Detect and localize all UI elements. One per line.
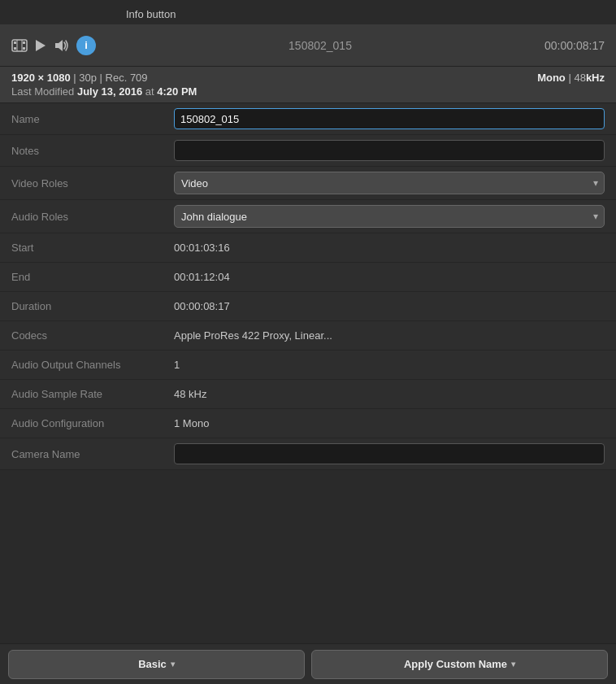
name-input[interactable] (174, 108, 605, 129)
basic-chevron-icon: ▾ (171, 660, 175, 669)
svg-rect-1 (14, 41, 16, 44)
film-icon[interactable] (11, 37, 28, 54)
properties-panel: Name Notes Video Roles Video Titles B-Ro… (0, 103, 616, 470)
audio-output-row: Audio Output Channels 1 (0, 351, 616, 380)
svg-marker-7 (36, 40, 46, 51)
codecs-label: Codecs (11, 329, 174, 342)
timecode-prefix: 00:00:0 (544, 39, 583, 52)
audio-info: Mono | 48kHz (537, 72, 605, 84)
toolbar-timecode: 00:00:08:17 (544, 39, 605, 52)
audio-icon[interactable] (54, 37, 70, 54)
svg-rect-3 (23, 41, 25, 44)
notes-label: Notes (11, 145, 174, 157)
resolution: 1920 × 1080 (11, 72, 71, 84)
audio-rate: | 48 (566, 72, 586, 84)
modified-prefix: Last Modified (11, 85, 77, 98)
video-roles-row: Video Roles Video Titles B-Roll (0, 167, 616, 200)
info-bar-row2: Last Modified July 13, 2016 at 4:20 PM (11, 85, 605, 98)
notes-input[interactable] (174, 140, 605, 161)
audio-sample-value: 48 kHz (174, 388, 605, 400)
audio-output-label: Audio Output Channels (11, 359, 174, 371)
duration-label: Duration (11, 300, 174, 312)
codecs-value: Apple ProRes 422 Proxy, Linear... (174, 329, 605, 342)
audio-sample-label: Audio Sample Rate (11, 388, 174, 400)
audio-roles-label: Audio Roles (11, 211, 174, 223)
notes-row: Notes (0, 135, 616, 167)
info-icon[interactable]: i (76, 36, 96, 55)
tooltip-text: Info button (126, 8, 176, 20)
svg-marker-8 (55, 40, 63, 51)
end-label: End (11, 271, 174, 283)
end-row: End 00:01:12:04 (0, 263, 616, 292)
specs: | 30p | Rec. 709 (71, 72, 148, 84)
apply-label: Apply Custom Name (404, 658, 507, 670)
basic-label: Basic (138, 658, 167, 670)
duration-row: Duration 00:00:08:17 (0, 292, 616, 321)
svg-rect-4 (23, 47, 25, 50)
toolbar: i 150802_015 00:00:08:17 (0, 24, 616, 67)
modified-date: July 13, 2016 (77, 85, 142, 98)
bottom-bar: Basic ▾ Apply Custom Name ▾ (0, 643, 616, 684)
name-row: Name (0, 103, 616, 135)
camera-name-input[interactable] (174, 443, 605, 464)
audio-config-value: 1 Mono (174, 417, 605, 429)
codecs-row: Codecs Apple ProRes 422 Proxy, Linear... (0, 321, 616, 351)
apply-chevron-icon: ▾ (511, 660, 515, 669)
svg-rect-2 (14, 47, 16, 50)
modified-suffix: at (142, 85, 157, 98)
apply-custom-name-button[interactable]: Apply Custom Name ▾ (311, 650, 608, 679)
start-row: Start 00:01:03:16 (0, 233, 616, 263)
duration-value: 00:00:08:17 (174, 300, 605, 312)
audio-unit: kHz (586, 72, 605, 84)
start-label: Start (11, 242, 174, 254)
tooltip-label: Info button (126, 8, 176, 20)
toolbar-icons: i (11, 36, 96, 55)
toolbar-title: 150802_015 (96, 39, 544, 52)
audio-sample-row: Audio Sample Rate 48 kHz (0, 380, 616, 409)
modified-time: 4:20 PM (157, 85, 197, 98)
start-value: 00:01:03:16 (174, 242, 605, 254)
arrow-icon[interactable] (34, 39, 47, 52)
audio-roles-select-wrapper: John dialogue Dialogue Music Effects (174, 205, 605, 228)
end-value: 00:01:12:04 (174, 271, 605, 283)
camera-name-row: Camera Name (0, 438, 616, 470)
video-roles-select[interactable]: Video Titles B-Roll (174, 172, 605, 194)
name-label: Name (11, 113, 174, 125)
audio-roles-select[interactable]: John dialogue Dialogue Music Effects (174, 205, 605, 228)
camera-name-label: Camera Name (11, 448, 174, 460)
video-roles-label: Video Roles (11, 177, 174, 190)
basic-button[interactable]: Basic ▾ (8, 650, 305, 679)
audio-config-row: Audio Configuration 1 Mono (0, 409, 616, 438)
timecode-suffix: 8:17 (583, 39, 605, 52)
info-bar-row1: 1920 × 1080 | 30p | Rec. 709 Mono | 48kH… (11, 72, 605, 84)
info-bar: 1920 × 1080 | 30p | Rec. 709 Mono | 48kH… (0, 67, 616, 103)
audio-label: Mono (537, 72, 566, 84)
audio-roles-row: Audio Roles John dialogue Dialogue Music… (0, 200, 616, 233)
audio-output-value: 1 (174, 359, 605, 371)
audio-config-label: Audio Configuration (11, 417, 174, 429)
video-roles-select-wrapper: Video Titles B-Roll (174, 172, 605, 194)
